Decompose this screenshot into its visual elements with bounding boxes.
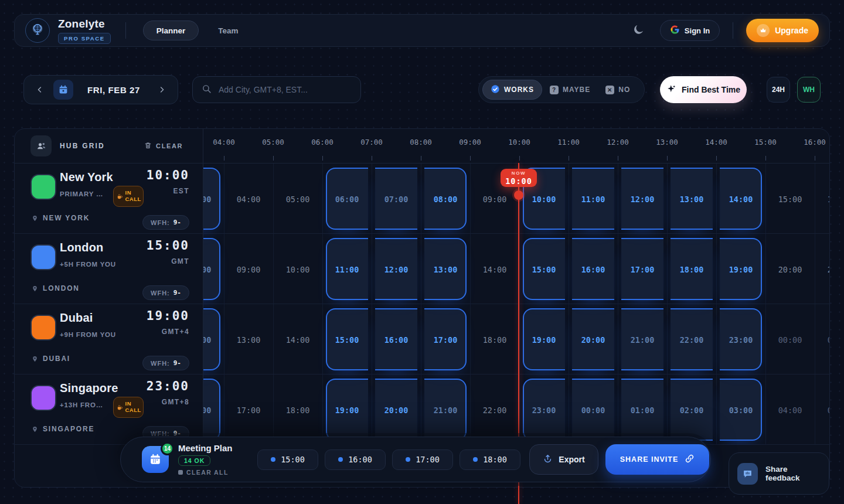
tab-team[interactable]: Team: [218, 26, 238, 35]
timeline-cell[interactable]: 15:00: [532, 265, 556, 274]
sign-in-button[interactable]: Sign In: [660, 20, 720, 41]
timeline-cell[interactable]: 20:00: [384, 406, 409, 415]
timeline-cell[interactable]: 00:00: [778, 335, 802, 345]
timeline-cell[interactable]: 16:00: [203, 406, 211, 415]
timeline-cell[interactable]: 04:00: [237, 195, 261, 204]
filter-maybe[interactable]: ? MAYBE: [542, 80, 598, 100]
timeline-cell[interactable]: 08:00: [434, 195, 458, 204]
timeline-cell[interactable]: 14:00: [729, 195, 753, 204]
timeline-cell[interactable]: 20:00: [778, 265, 802, 274]
clear-all-button[interactable]: CLEAR ALL: [178, 469, 243, 476]
timeline-cell[interactable]: 21:00: [434, 406, 458, 415]
timeline-cell[interactable]: 22:00: [483, 406, 507, 415]
timeline-cell[interactable]: 03:00: [203, 195, 211, 204]
timeline-cell[interactable]: 12:00: [203, 335, 211, 345]
users-icon: [30, 135, 52, 156]
tab-planner[interactable]: Planner: [143, 21, 199, 40]
timeline-cell[interactable]: 12:00: [631, 195, 655, 204]
wfh-hours-pill[interactable]: WFH:9-: [142, 215, 189, 230]
timeline-cell[interactable]: 03:00: [729, 406, 753, 415]
timeline-cell[interactable]: 04:00: [778, 406, 802, 415]
timeline-cell[interactable]: 21:00: [828, 265, 830, 274]
prev-day-button[interactable]: [32, 82, 47, 97]
timeline-cell[interactable]: 16:00: [581, 265, 605, 274]
pin-icon: [32, 285, 38, 292]
timeline-cell[interactable]: 08:00: [203, 265, 211, 274]
meeting-plan-title: Meeting Plan: [178, 443, 243, 453]
timeline-cell[interactable]: 19:00: [729, 265, 753, 274]
timeline-tick: [716, 156, 717, 161]
timeline-cell[interactable]: 05:00: [286, 195, 310, 204]
timeline-cell[interactable]: 23:00: [532, 406, 556, 415]
timeline-cell[interactable]: 17:00: [237, 406, 261, 415]
timeline-cell[interactable]: 10:00: [286, 265, 310, 274]
timeline-cell[interactable]: 22:00: [680, 335, 704, 345]
link-icon: [685, 454, 695, 465]
timeline-cell[interactable]: 19:00: [335, 406, 359, 415]
timeline-cell[interactable]: 14:00: [483, 265, 507, 274]
next-day-button[interactable]: [154, 82, 169, 97]
timeline-cell[interactable]: 02:00: [680, 406, 704, 415]
slot-chip[interactable]: 16:00: [325, 449, 386, 470]
timeline-cell[interactable]: 16:00: [828, 195, 830, 204]
timeline-cell[interactable]: 21:00: [631, 335, 655, 345]
timeline-cell[interactable]: 13:00: [237, 335, 261, 345]
timeline-cell[interactable]: 00:00: [581, 406, 605, 415]
timeline-cell[interactable]: 16:00: [384, 335, 409, 345]
current-date-label[interactable]: FRI, FEB 27: [79, 85, 148, 95]
filter-maybe-label: MAYBE: [563, 86, 590, 94]
timeline-tick: [519, 156, 520, 161]
export-label: Export: [559, 455, 584, 464]
filter-works[interactable]: WORKS: [482, 80, 542, 100]
share-feedback-button[interactable]: Share feedback: [729, 452, 829, 495]
timeline-cell[interactable]: 10:00: [532, 195, 556, 204]
share-invite-button[interactable]: SHARE INVITE: [605, 444, 709, 475]
timeline-cell[interactable]: 09:00: [237, 265, 261, 274]
timeline-cell[interactable]: 13:00: [680, 195, 704, 204]
theme-toggle-moon-icon[interactable]: [632, 23, 645, 38]
timeline-cell[interactable]: 15:00: [778, 195, 802, 204]
timeline-cell[interactable]: 18:00: [680, 265, 704, 274]
wfh-hours-pill[interactable]: WFH:9-: [142, 356, 189, 370]
timeline-cell[interactable]: 09:00: [483, 195, 507, 204]
timeline-cell[interactable]: 23:00: [729, 335, 753, 345]
timeline-cell[interactable]: 12:00: [384, 265, 409, 274]
city-row: London+5H FROM YOU15:00GMTLONDONWFH:9-: [15, 234, 203, 304]
slot-chip[interactable]: 15:00: [257, 449, 318, 470]
meeting-calendar-icon: 14: [142, 446, 169, 473]
sparkle-icon: [666, 84, 676, 96]
upgrade-button[interactable]: Upgrade: [746, 19, 819, 42]
timeline-cell[interactable]: 01:00: [828, 335, 830, 345]
coffee-cup-icon: [117, 193, 123, 200]
search-input[interactable]: [217, 84, 352, 95]
city-location: NEW YORK: [32, 214, 90, 222]
timeline-cell[interactable]: 05:00: [828, 406, 830, 415]
sign-in-label: Sign In: [685, 26, 710, 35]
timeline-cell[interactable]: 19:00: [532, 335, 556, 345]
slot-chip[interactable]: 17:00: [392, 449, 453, 470]
timeline-cell[interactable]: 13:00: [434, 265, 458, 274]
hour-format-button[interactable]: 24H: [767, 77, 790, 103]
timeline-cell[interactable]: 17:00: [434, 335, 458, 345]
timeline-cell[interactable]: 11:00: [581, 195, 605, 204]
timeline-cell[interactable]: 20:00: [581, 335, 605, 345]
export-button[interactable]: Export: [529, 444, 598, 475]
slot-chip[interactable]: 18:00: [460, 449, 520, 470]
timeline-cell[interactable]: 17:00: [631, 265, 655, 274]
city-local-time: 19:00: [147, 309, 189, 323]
wfh-hours-pill[interactable]: WFH:9-: [142, 285, 189, 300]
filter-no[interactable]: ✕ NO: [598, 80, 638, 100]
working-hours-button[interactable]: WH: [797, 77, 821, 103]
timeline-cell[interactable]: 11:00: [335, 265, 359, 274]
find-best-time-button[interactable]: Find Best Time: [660, 76, 747, 103]
timeline-tick: [815, 156, 815, 161]
timeline-cell[interactable]: 01:00: [631, 406, 655, 415]
ok-count-badge: 14: [161, 442, 174, 455]
timeline-cell[interactable]: 15:00: [335, 335, 359, 345]
timeline-cell[interactable]: 14:00: [286, 335, 310, 345]
clear-button[interactable]: CLEAR: [144, 141, 183, 151]
timeline-cell[interactable]: 18:00: [483, 335, 507, 345]
timeline-cell[interactable]: 18:00: [286, 406, 310, 415]
timeline-cell[interactable]: 07:00: [384, 195, 409, 204]
timeline-cell[interactable]: 06:00: [335, 195, 359, 204]
